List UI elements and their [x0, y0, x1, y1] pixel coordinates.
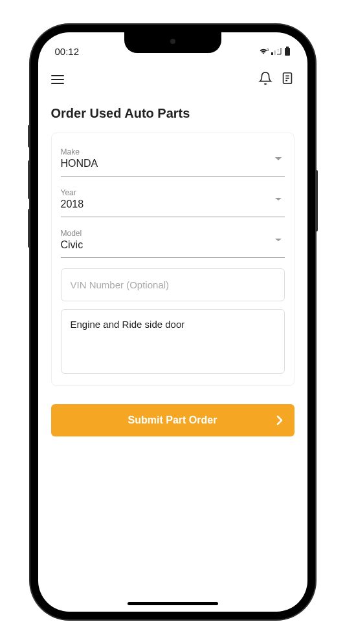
- make-label: Make: [61, 147, 285, 156]
- phone-side-button: [28, 209, 30, 248]
- form-card: Make HONDA Year 2018 Model Civic: [51, 133, 295, 386]
- year-value: 2018: [61, 199, 285, 210]
- phone-frame: 00:12 9 !: [30, 25, 315, 619]
- chevron-down-icon: [274, 238, 282, 243]
- make-value: HONDA: [61, 158, 285, 169]
- menu-icon[interactable]: [51, 75, 64, 84]
- model-select[interactable]: Model Civic: [61, 224, 285, 258]
- vin-input[interactable]: [61, 268, 285, 301]
- phone-side-button: [315, 170, 318, 231]
- year-label: Year: [61, 188, 285, 197]
- chevron-down-icon: [274, 156, 282, 162]
- status-time: 00:12: [55, 46, 80, 57]
- svg-text:!: !: [278, 48, 279, 52]
- svg-rect-2: [274, 50, 276, 55]
- svg-rect-1: [271, 52, 273, 55]
- clipboard-icon[interactable]: [280, 71, 295, 88]
- page-title: Order Used Auto Parts: [38, 98, 307, 133]
- model-value: Civic: [61, 239, 285, 251]
- phone-screen: 00:12 9 !: [38, 32, 307, 612]
- year-select[interactable]: Year 2018: [61, 183, 285, 217]
- svg-text:9: 9: [267, 48, 269, 52]
- svg-rect-5: [285, 48, 290, 56]
- chevron-down-icon: [274, 197, 282, 202]
- phone-notch: [124, 32, 221, 53]
- header: [38, 61, 307, 98]
- signal-icon: !: [271, 47, 282, 55]
- home-indicator[interactable]: [128, 602, 218, 605]
- wifi-icon: 9: [258, 47, 269, 55]
- phone-side-button: [28, 125, 30, 147]
- model-label: Model: [61, 229, 285, 238]
- make-select[interactable]: Make HONDA: [61, 142, 285, 177]
- submit-label: Submit Part Order: [128, 414, 217, 426]
- notifications-icon[interactable]: [258, 71, 273, 88]
- svg-rect-4: [286, 47, 289, 48]
- submit-button[interactable]: Submit Part Order: [51, 404, 295, 436]
- phone-side-button: [28, 160, 30, 199]
- description-input[interactable]: [61, 309, 285, 374]
- chevron-right-icon: [276, 415, 283, 425]
- battery-icon: [284, 47, 291, 56]
- status-indicators: 9 !: [258, 47, 291, 56]
